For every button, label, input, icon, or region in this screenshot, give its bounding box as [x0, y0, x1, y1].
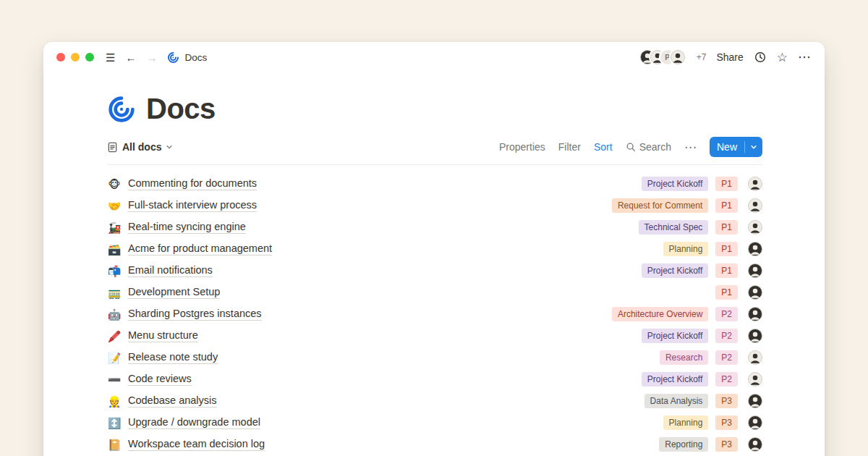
- doc-tag[interactable]: Project Kickoff: [642, 372, 708, 387]
- doc-title-link[interactable]: Email notifications: [128, 264, 213, 277]
- doc-row[interactable]: 📬 Email notifications Project Kickoff P1: [107, 260, 762, 282]
- doc-title-link[interactable]: Development Setup: [128, 286, 220, 299]
- toolbar-more-icon[interactable]: ⋯: [684, 141, 697, 153]
- doc-emoji-icon: 🤝: [107, 200, 122, 211]
- doc-priority-badge[interactable]: P1: [715, 263, 738, 278]
- doc-priority-badge[interactable]: P2: [715, 350, 738, 365]
- docs-logo-icon: [167, 51, 179, 64]
- doc-row[interactable]: 🚂 Real-time syncing engine Technical Spe…: [107, 216, 762, 238]
- doc-assignee-avatar[interactable]: [748, 220, 762, 235]
- doc-row[interactable]: 🖍️ Menu structure Project Kickoff P2: [107, 325, 762, 347]
- doc-row[interactable]: 🚃 Development Setup P1: [107, 282, 762, 303]
- doc-priority-badge[interactable]: P3: [715, 394, 738, 408]
- page-header: Docs: [107, 93, 762, 125]
- doc-assignee-avatar[interactable]: [748, 372, 762, 387]
- sidebar-toggle-icon[interactable]: ☰: [106, 52, 115, 63]
- filter-button[interactable]: Filter: [558, 141, 581, 153]
- doc-tag[interactable]: Reporting: [659, 437, 708, 452]
- minimize-window-button[interactable]: [71, 53, 80, 62]
- titlebar-avatar[interactable]: [671, 50, 685, 64]
- doc-row[interactable]: 🐵 Commenting for documents Project Kicko…: [107, 173, 762, 195]
- doc-priority-badge[interactable]: P1: [715, 285, 738, 300]
- new-button-chevron-icon[interactable]: [745, 143, 762, 151]
- doc-tag[interactable]: Project Kickoff: [642, 329, 708, 343]
- new-button-label[interactable]: New: [710, 141, 744, 153]
- doc-priority-badge[interactable]: P3: [715, 437, 738, 452]
- doc-title-link[interactable]: Release note study: [128, 351, 218, 364]
- doc-tag[interactable]: Technical Spec: [639, 220, 709, 235]
- doc-tag[interactable]: Planning: [663, 242, 709, 256]
- doc-title-link[interactable]: Acme for product management: [128, 242, 272, 256]
- doc-title-link[interactable]: Menu structure: [128, 329, 198, 342]
- doc-priority-badge[interactable]: P3: [715, 415, 738, 430]
- doc-tag[interactable]: Project Kickoff: [642, 177, 708, 191]
- doc-row[interactable]: 🤖 Sharding Postgres instances Architectu…: [107, 303, 762, 325]
- doc-tag[interactable]: Project Kickoff: [642, 263, 708, 278]
- doc-assignee-avatar[interactable]: [748, 307, 762, 321]
- doc-assignee-avatar[interactable]: [748, 263, 762, 278]
- doc-assignee-avatar[interactable]: [748, 198, 762, 213]
- doc-title-link[interactable]: Sharding Postgres instances: [128, 308, 262, 321]
- titlebar-avatar-stack: P: [640, 50, 685, 64]
- doc-assignee-avatar[interactable]: [748, 285, 762, 300]
- doc-tag[interactable]: Architecture Overview: [612, 307, 708, 321]
- doc-emoji-icon: 📔: [107, 439, 122, 450]
- doc-assignee-avatar[interactable]: [748, 329, 762, 343]
- zoom-window-button[interactable]: [85, 53, 94, 62]
- doc-tag[interactable]: Request for Comment: [612, 198, 708, 213]
- doc-priority-badge[interactable]: P1: [715, 177, 738, 191]
- doc-title-link[interactable]: Workspace team decision log: [128, 438, 265, 451]
- favorite-star-icon[interactable]: ☆: [777, 51, 788, 64]
- doc-assignee-avatar[interactable]: [748, 177, 762, 191]
- window-titlebar: ☰ ← → Docs P +7 Share ☆ ⋯: [43, 42, 825, 72]
- doc-title-link[interactable]: Real-time syncing engine: [128, 221, 246, 234]
- doc-priority-badge[interactable]: P2: [715, 329, 738, 343]
- avatar-overflow-count[interactable]: +7: [697, 52, 707, 62]
- search-button[interactable]: Search: [626, 141, 671, 153]
- doc-priority-badge[interactable]: P1: [715, 198, 738, 213]
- doc-assignee-avatar[interactable]: [748, 242, 762, 256]
- doc-tag[interactable]: Research: [660, 350, 708, 365]
- page-content: Docs All docs Properties: [43, 93, 825, 456]
- doc-list: 🐵 Commenting for documents Project Kicko…: [107, 165, 762, 456]
- new-button[interactable]: New: [710, 137, 762, 157]
- doc-title-link[interactable]: Upgrade / downgrade model: [128, 416, 260, 429]
- doc-emoji-icon: ➖: [107, 374, 122, 385]
- back-icon[interactable]: ←: [125, 52, 136, 63]
- doc-priority-badge[interactable]: P1: [715, 242, 738, 256]
- doc-row[interactable]: 📝 Release note study Research P2: [107, 347, 762, 368]
- doc-row[interactable]: 🤝 Full-stack interview process Request f…: [107, 195, 762, 216]
- doc-emoji-icon: 🗃️: [107, 244, 122, 255]
- doc-row[interactable]: ↕️ Upgrade / downgrade model Planning P3: [107, 412, 762, 434]
- doc-row[interactable]: 👷 Codebase analysis Data Analysis P3: [107, 390, 762, 412]
- properties-button[interactable]: Properties: [499, 141, 545, 153]
- doc-row[interactable]: ➖ Code reviews Project Kickoff P2: [107, 368, 762, 390]
- close-window-button[interactable]: [56, 53, 65, 62]
- doc-title-link[interactable]: Code reviews: [128, 373, 192, 386]
- doc-assignee-avatar[interactable]: [748, 415, 762, 430]
- share-button[interactable]: Share: [716, 51, 743, 63]
- doc-title-link[interactable]: Full-stack interview process: [128, 199, 257, 212]
- doc-assignee-avatar[interactable]: [748, 394, 762, 408]
- doc-priority-badge[interactable]: P1: [715, 220, 738, 235]
- doc-emoji-icon: 🐵: [107, 179, 122, 190]
- doc-row[interactable]: 🗃️ Acme for product management Planning …: [107, 238, 762, 260]
- doc-priority-badge[interactable]: P2: [715, 307, 738, 321]
- doc-assignee-avatar[interactable]: [748, 350, 762, 365]
- doc-title-link[interactable]: Codebase analysis: [128, 394, 217, 408]
- doc-assignee-avatar[interactable]: [748, 437, 762, 452]
- search-label: Search: [639, 141, 671, 153]
- doc-emoji-icon: 📝: [107, 352, 122, 363]
- more-options-icon[interactable]: ⋯: [798, 51, 812, 64]
- doc-emoji-icon: 🚃: [107, 287, 122, 298]
- doc-priority-badge[interactable]: P2: [715, 372, 738, 387]
- doc-title-link[interactable]: Commenting for documents: [128, 177, 257, 190]
- doc-tag[interactable]: Planning: [663, 415, 709, 430]
- forward-icon[interactable]: →: [146, 52, 157, 63]
- doc-tag[interactable]: Data Analysis: [644, 394, 709, 408]
- chevron-down-icon: [166, 143, 173, 151]
- history-clock-icon[interactable]: [754, 51, 767, 64]
- view-switcher[interactable]: All docs: [107, 141, 173, 153]
- doc-row[interactable]: 📔 Workspace team decision log Reporting …: [107, 434, 762, 455]
- sort-button[interactable]: Sort: [594, 141, 613, 153]
